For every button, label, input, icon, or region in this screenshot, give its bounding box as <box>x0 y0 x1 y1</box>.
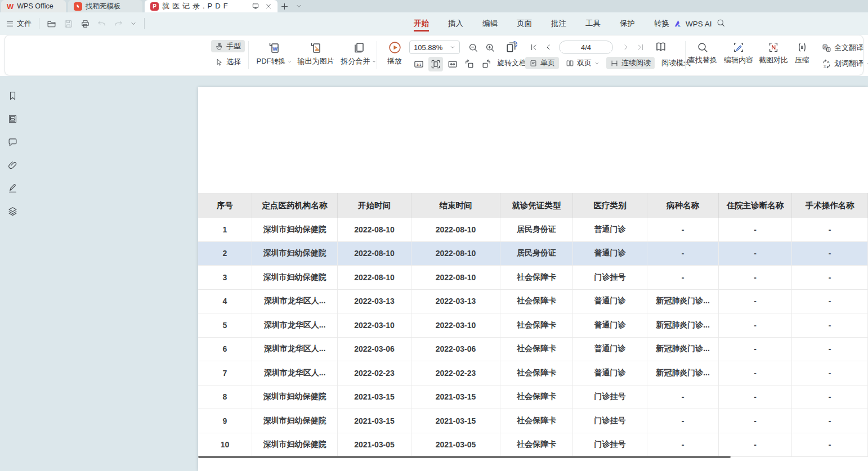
zoom-level-value: 105.88% <box>414 43 442 52</box>
table-cell: 2022-03-10 <box>338 313 411 337</box>
export-image-button[interactable]: 输出为图片 <box>294 41 337 66</box>
actual-size-icon[interactable]: 1:1 <box>411 57 426 71</box>
single-page-button[interactable]: 单页 <box>525 57 559 69</box>
print-icon[interactable] <box>80 19 90 29</box>
open-folder-icon[interactable] <box>47 19 56 29</box>
pdf-convert-button[interactable]: W PDF转换 <box>253 41 296 66</box>
table-cell: 2021-03-15 <box>411 385 500 409</box>
split-merge-label: 拆分合并 <box>341 56 370 66</box>
play-label: 播放 <box>387 56 402 66</box>
continuous-reading-button[interactable]: 连续阅读 <box>606 57 655 69</box>
table-cell: 2022-02-23 <box>338 361 411 385</box>
monitor-icon[interactable] <box>252 2 259 10</box>
table-cell: - <box>647 242 719 266</box>
menu-item-4[interactable]: 批注 <box>550 13 567 34</box>
split-merge-button[interactable]: 拆分合并 <box>337 41 380 66</box>
save-icon[interactable] <box>64 19 73 29</box>
zoom-level-dropdown[interactable]: 105.88% <box>409 41 460 54</box>
table-header-cell: 定点医药机构名称 <box>252 193 338 218</box>
rotate-document-label[interactable]: 旋转文档 <box>497 58 526 68</box>
rotate-right-icon[interactable] <box>479 57 494 71</box>
file-menu-label: 文件 <box>17 19 32 29</box>
table-row: 7深圳市龙华区人...2022-02-232022-02-23社会保障卡普通门诊… <box>198 361 868 385</box>
table-cell: - <box>719 361 792 385</box>
table-cell: - <box>792 313 868 337</box>
search-icon[interactable] <box>716 18 726 28</box>
divider <box>377 41 377 69</box>
table-cell: - <box>792 338 868 361</box>
next-page-icon[interactable] <box>619 40 633 55</box>
thumbnail-icon[interactable] <box>6 113 19 125</box>
table-cell: 深圳市龙华区人... <box>252 313 338 337</box>
zoom-out-icon[interactable] <box>466 40 480 55</box>
horizontal-scrollbar-thumb[interactable] <box>198 456 731 458</box>
hand-tool-button[interactable]: 手型 <box>211 40 245 52</box>
table-cell: 普通门诊 <box>573 290 647 313</box>
file-menu-button[interactable]: 文件 <box>6 19 32 29</box>
table-cell: 社会保障卡 <box>500 385 573 409</box>
close-icon[interactable] <box>265 3 272 10</box>
table-cell: - <box>792 290 868 313</box>
single-page-icon <box>529 59 538 68</box>
compress-button[interactable]: 压缩 <box>789 41 816 65</box>
table-cell: 普通门诊 <box>573 313 647 337</box>
menu-item-6[interactable]: 保护 <box>619 13 636 34</box>
table-row: 2深圳市妇幼保健院2022-08-102022-08-10居民身份证普通门诊--… <box>198 242 868 266</box>
edit-content-button[interactable]: 编辑内容 <box>721 41 756 65</box>
table-header-cell: 住院主诊断名称 <box>719 193 792 218</box>
annotate-pen-icon[interactable] <box>6 182 19 194</box>
tab-wps-office[interactable]: W WPS Office <box>1 0 66 12</box>
undo-icon[interactable] <box>97 19 106 28</box>
table-cell: 居民身份证 <box>500 242 573 266</box>
page-number-input[interactable] <box>559 41 613 54</box>
fit-page-icon[interactable] <box>428 57 443 71</box>
table-cell: - <box>719 290 792 313</box>
layers-icon[interactable] <box>6 205 19 217</box>
bookmark-icon[interactable] <box>6 89 19 102</box>
double-page-button[interactable]: 双页 <box>562 57 603 69</box>
menu-item-0[interactable]: 开始 <box>413 13 430 34</box>
previous-page-icon[interactable] <box>541 40 556 55</box>
word-translate-button[interactable]: A 文 划词翻译 <box>818 57 868 70</box>
wps-ai-button[interactable]: WPS AI <box>673 12 712 35</box>
read-mode-icon[interactable] <box>654 39 668 54</box>
table-cell: 门诊挂号 <box>573 385 647 409</box>
full-translate-button[interactable]: A 文 全文翻译 <box>818 42 867 54</box>
rotate-left-icon[interactable] <box>462 57 477 71</box>
tab-list-chevron-down-icon[interactable] <box>296 3 302 10</box>
quickbar-chevron-down-icon[interactable] <box>130 20 137 27</box>
table-row: 4深圳市龙华区人...2022-03-132022-03-13社会保障卡普通门诊… <box>198 290 868 314</box>
table-cell: 2021-03-05 <box>411 433 500 457</box>
play-button[interactable]: 播放 <box>379 41 410 66</box>
screenshot-compare-button[interactable]: 截图对比 <box>756 41 791 65</box>
menu-item-7[interactable]: 转换 <box>653 13 670 34</box>
rotate-document-icon[interactable] <box>503 39 520 54</box>
menu-item-5[interactable]: 工具 <box>584 13 602 34</box>
redo-icon[interactable] <box>114 19 123 28</box>
attachment-icon[interactable] <box>6 159 19 171</box>
pdf-page: 序号定点医药机构名称开始时间结束时间就诊凭证类型医疗类别病种名称住院主诊断名称手… <box>198 87 868 471</box>
new-tab-plus-icon[interactable] <box>280 2 289 11</box>
tab-docer-templates[interactable]: 找稻壳模板 <box>68 0 142 12</box>
svg-text:1:1: 1:1 <box>417 63 422 66</box>
select-tool-label: 选择 <box>226 57 241 67</box>
tab-document-active[interactable]: P 就医记录.PDF <box>145 0 278 12</box>
last-page-icon[interactable] <box>633 40 648 55</box>
first-page-icon[interactable] <box>526 40 541 55</box>
split-merge-icon <box>352 41 365 55</box>
table-cell: 深圳市妇幼保健院 <box>252 266 338 289</box>
menu-item-3[interactable]: 页面 <box>516 13 533 34</box>
select-tool-button[interactable]: 选择 <box>211 56 245 68</box>
table-cell: 2022-03-10 <box>411 313 500 337</box>
find-replace-button[interactable]: 查找替换 <box>685 41 720 65</box>
comment-icon[interactable] <box>6 136 19 148</box>
toolbar: 手型 选择 W PDF转换 输出为图片 拆分合并 <box>5 35 863 75</box>
table-cell: 8 <box>198 385 252 409</box>
menu-item-1[interactable]: 插入 <box>447 13 464 34</box>
fit-width-icon[interactable] <box>445 57 460 71</box>
zoom-in-icon[interactable] <box>482 40 497 55</box>
wps-ai-label: WPS AI <box>686 20 712 28</box>
menu-item-2[interactable]: 编辑 <box>481 13 499 34</box>
table-cell: 深圳市妇幼保健院 <box>252 409 338 433</box>
hand-tool-label: 手型 <box>226 41 241 51</box>
